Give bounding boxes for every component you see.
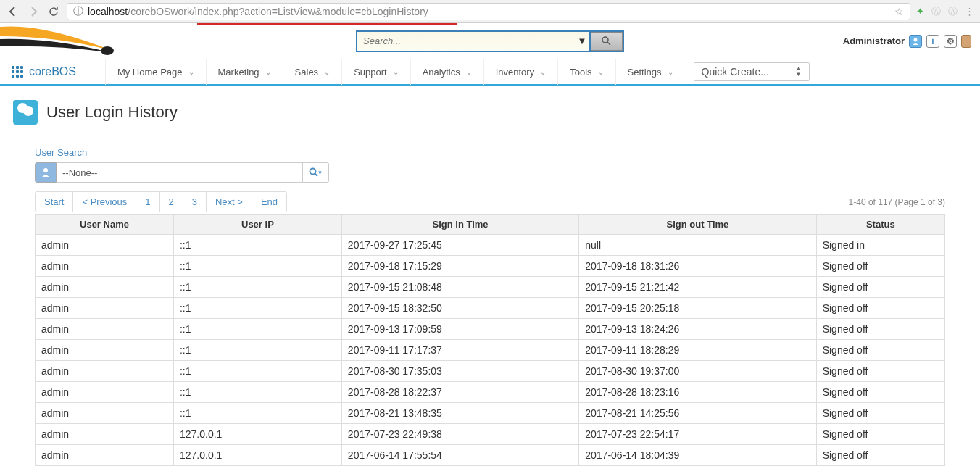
page-link[interactable]: End <box>252 192 286 212</box>
user-search-row: ▼ <box>35 162 945 183</box>
page-link[interactable]: Start <box>36 192 73 212</box>
apps-icon[interactable] <box>12 66 23 78</box>
back-button[interactable] <box>6 4 20 19</box>
quick-create-label: Quick Create... <box>702 66 769 78</box>
user-icon[interactable] <box>909 35 922 48</box>
help-icon[interactable]: i <box>926 35 939 48</box>
nav-item-label: Inventory <box>496 67 534 78</box>
table-cell: Signed off <box>816 403 944 424</box>
extension-icons: ✦ Ⓐ Ⓐ ⋮ <box>916 5 974 18</box>
nav-item-label: Analytics <box>423 67 460 78</box>
table-row[interactable]: admin127.0.0.12017-06-14 17:55:542017-06… <box>36 445 945 466</box>
angular-icon-1[interactable]: Ⓐ <box>931 5 941 18</box>
page-link[interactable]: Next > <box>207 192 252 212</box>
nav-item-settings[interactable]: Settings⌄ <box>615 59 685 85</box>
table-cell: admin <box>36 319 174 340</box>
user-search-label: User Search <box>35 147 945 158</box>
table-cell: 2017-09-11 17:17:37 <box>341 340 578 361</box>
table-cell: Signed off <box>816 256 944 277</box>
svg-point-0 <box>101 46 114 55</box>
table-cell: admin <box>36 382 174 403</box>
content-area: User Search ▼ Start< Previous123Next >En… <box>0 138 980 466</box>
url-host: localhost <box>88 6 128 17</box>
table-row[interactable]: admin::12017-08-21 13:48:352017-08-21 14… <box>36 403 945 424</box>
settings-icon[interactable]: ⚙ <box>944 35 957 48</box>
page-link[interactable]: < Previous <box>73 192 136 212</box>
table-cell: admin <box>36 256 174 277</box>
table-body: admin::12017-09-27 17:25:45nullSigned in… <box>36 235 945 466</box>
chevron-down-icon: ⌄ <box>393 68 399 76</box>
column-header[interactable]: Status <box>816 215 944 235</box>
search-input[interactable] <box>357 32 575 51</box>
column-header[interactable]: User Name <box>36 215 174 235</box>
page-link[interactable]: 2 <box>160 192 183 212</box>
table-row[interactable]: admin::12017-08-30 17:35:032017-08-30 19… <box>36 361 945 382</box>
nav-item-sales[interactable]: Sales⌄ <box>283 59 342 85</box>
nav-item-marketing[interactable]: Marketing⌄ <box>206 59 283 85</box>
nav-item-tools[interactable]: Tools⌄ <box>557 59 615 85</box>
svg-line-2 <box>607 42 610 45</box>
logo[interactable] <box>9 27 125 56</box>
user-search-input[interactable] <box>57 162 303 183</box>
table-cell: 2017-07-23 22:54:17 <box>579 424 816 445</box>
page-link[interactable]: 1 <box>136 192 159 212</box>
table-cell: Signed in <box>816 235 944 256</box>
column-header[interactable]: Sign out Time <box>579 215 816 235</box>
table-row[interactable]: admin::12017-09-15 21:08:482017-09-15 21… <box>36 277 945 298</box>
table-cell: admin <box>36 340 174 361</box>
logout-icon[interactable] <box>961 35 971 48</box>
menu-icon[interactable]: ⋮ <box>965 6 974 17</box>
search-dropdown[interactable]: ▼ <box>575 32 589 51</box>
table-row[interactable]: admin::12017-09-13 17:09:592017-09-13 18… <box>36 319 945 340</box>
page-link[interactable]: 3 <box>183 192 207 212</box>
url-bar[interactable]: ⓘ localhost/corebOSwork/index.php?action… <box>67 3 910 20</box>
table-cell: ::1 <box>173 235 341 256</box>
table-cell: Signed off <box>816 319 944 340</box>
nav-item-support[interactable]: Support⌄ <box>341 59 410 85</box>
table-row[interactable]: admin::12017-09-15 18:32:502017-09-15 20… <box>36 298 945 319</box>
page-title-row: User Login History <box>0 86 980 138</box>
table-row[interactable]: admin::12017-08-28 18:22:372017-08-28 18… <box>36 382 945 403</box>
table-row[interactable]: admin::12017-09-11 17:17:372017-09-11 18… <box>36 340 945 361</box>
table-cell: admin <box>36 277 174 298</box>
info-icon: ⓘ <box>73 5 83 18</box>
nav-item-inventory[interactable]: Inventory⌄ <box>483 59 557 85</box>
column-header[interactable]: User IP <box>173 215 341 235</box>
chevron-down-icon: ⌄ <box>466 68 472 76</box>
nav-item-label: Tools <box>570 67 591 78</box>
quick-create-dropdown[interactable]: Quick Create... ▲▼ <box>694 62 810 81</box>
bookmark-star-icon[interactable]: ☆ <box>894 6 904 17</box>
table-cell: 2017-08-28 18:22:37 <box>341 382 578 403</box>
table-cell: Signed off <box>816 298 944 319</box>
table-row[interactable]: admin::12017-09-27 17:25:45nullSigned in <box>36 235 945 256</box>
table-row[interactable]: admin::12017-09-18 17:15:292017-09-18 18… <box>36 256 945 277</box>
table-cell: null <box>579 235 816 256</box>
column-header[interactable]: Sign in Time <box>341 215 578 235</box>
table-cell: 2017-09-18 17:15:29 <box>341 256 578 277</box>
svg-point-4 <box>43 168 48 172</box>
chevron-down-icon: ⌄ <box>324 68 330 76</box>
reload-button[interactable] <box>46 4 61 19</box>
search-button[interactable] <box>591 32 623 51</box>
leaf-icon[interactable]: ✦ <box>916 6 924 17</box>
table-cell: 2017-09-15 21:21:42 <box>579 277 816 298</box>
main-nav: coreBOS My Home Page⌄Marketing⌄Sales⌄Sup… <box>0 59 980 86</box>
table-row[interactable]: admin127.0.0.12017-07-23 22:49:382017-07… <box>36 424 945 445</box>
angular-icon-2[interactable]: Ⓐ <box>948 5 958 18</box>
nav-item-label: Sales <box>295 67 319 78</box>
table-cell: ::1 <box>173 382 341 403</box>
table-cell: 2017-07-23 22:49:38 <box>341 424 578 445</box>
table-cell: 2017-08-30 17:35:03 <box>341 361 578 382</box>
table-cell: Signed off <box>816 424 944 445</box>
forward-button[interactable] <box>26 4 41 19</box>
nav-item-analytics[interactable]: Analytics⌄ <box>410 59 483 85</box>
table-cell: 2017-06-14 18:04:39 <box>579 445 816 466</box>
user-search-button[interactable]: ▼ <box>303 162 329 183</box>
nav-item-my-home-page[interactable]: My Home Page⌄ <box>105 59 206 85</box>
table-header-row: User NameUser IPSign in TimeSign out Tim… <box>36 215 945 235</box>
table-cell: Signed off <box>816 361 944 382</box>
chevron-down-icon: ⌄ <box>598 68 604 76</box>
nav-item-label: My Home Page <box>117 67 183 78</box>
table-cell: 127.0.0.1 <box>173 445 341 466</box>
brand-label[interactable]: coreBOS <box>29 65 76 78</box>
